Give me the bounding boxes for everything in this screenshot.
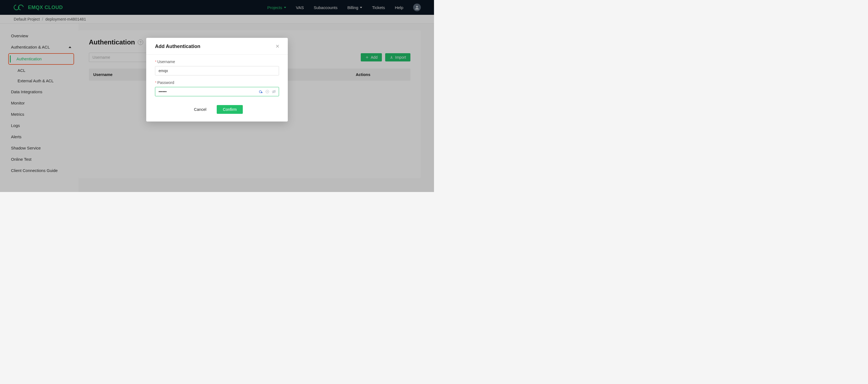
modal-header: Add Authentication ✕ <box>146 38 288 55</box>
close-button[interactable]: ✕ <box>274 43 281 50</box>
modal-body: *Username *Password <box>146 55 288 122</box>
password-label-text: Password <box>157 81 174 85</box>
svg-rect-4 <box>261 92 262 93</box>
modal-title: Add Authentication <box>155 43 200 50</box>
key-lock-icon[interactable] <box>259 89 263 94</box>
password-icons <box>259 89 276 94</box>
password-label: *Password <box>155 81 279 85</box>
modal-overlay[interactable]: Add Authentication ✕ *Username *Password <box>0 0 434 192</box>
username-field-group: *Username <box>155 60 279 75</box>
username-label: *Username <box>155 60 279 64</box>
username-input[interactable] <box>155 66 279 75</box>
cancel-button[interactable]: Cancel <box>191 105 209 114</box>
add-authentication-modal: Add Authentication ✕ *Username *Password <box>146 38 288 122</box>
required-indicator: * <box>155 60 156 64</box>
username-label-text: Username <box>157 60 175 64</box>
password-field-group: *Password <box>155 81 279 96</box>
modal-footer: Cancel Confirm <box>155 101 279 114</box>
clear-circle-icon[interactable] <box>265 90 270 94</box>
close-icon: ✕ <box>275 43 280 49</box>
svg-point-3 <box>259 91 261 93</box>
confirm-button[interactable]: Confirm <box>217 105 243 114</box>
eye-off-icon[interactable] <box>272 89 276 94</box>
password-input-wrap <box>155 87 279 96</box>
required-indicator: * <box>155 81 156 85</box>
